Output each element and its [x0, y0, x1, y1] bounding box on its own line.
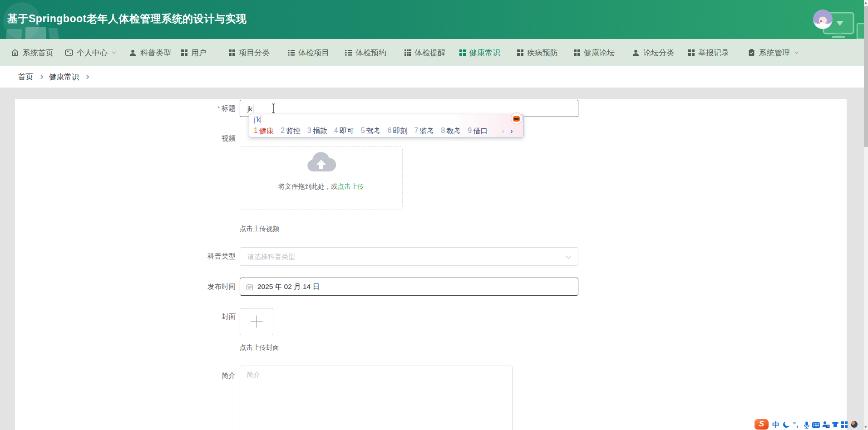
chinese-mode-icon[interactable]: 中 — [772, 420, 779, 430]
nav-label: 科普类型 — [140, 48, 171, 58]
main-nav: 系统首页 个人中心 科普类型 用户 项目分类 体检项目 体检预约 — [0, 39, 868, 66]
ime-candidate[interactable]: 9借口 — [468, 127, 488, 136]
half-moon-icon[interactable] — [783, 421, 789, 428]
ime-candidate[interactable]: 5驾考 — [361, 127, 381, 136]
ime-candidate[interactable]: 8教考 — [441, 127, 461, 136]
nav-label: 健康论坛 — [584, 48, 615, 58]
scrollbar-thumb[interactable] — [864, 6, 868, 147]
nav-item-disease-prevention[interactable]: 疾病预防 — [517, 39, 558, 66]
vertical-scrollbar[interactable] — [864, 0, 868, 430]
calendar-icon — [246, 283, 253, 291]
nav-label: 项目分类 — [239, 48, 270, 58]
intro-field-label: 简介 — [222, 371, 236, 381]
nav-item-checkup-reminder[interactable]: 体检提醒 — [404, 39, 445, 66]
select-placeholder: 请选择科普类型 — [247, 248, 295, 265]
list-icon — [345, 50, 352, 56]
punctuation-mode-icon[interactable]: °, — [793, 420, 799, 428]
app-title: 基于Springboot老年人体检管理系统的设计与实现 — [7, 12, 247, 26]
nav-label: 个人中心 — [77, 48, 108, 58]
sogou-logo[interactable]: S — [755, 419, 769, 430]
chevron-down-icon — [794, 49, 798, 54]
grid-icon — [688, 49, 695, 56]
cover-field-label: 封面 — [222, 312, 236, 322]
nav-item-system-management[interactable]: 系统管理 — [748, 39, 798, 66]
svg-text:16: 16 — [827, 425, 829, 428]
publish-date-input[interactable]: 2025 年 02 月 14 日 — [240, 278, 578, 296]
chevron-right-icon — [39, 75, 44, 79]
textarea-placeholder: 简介 — [247, 371, 260, 379]
text-cursor-pointer — [271, 103, 276, 114]
ime-mascot-icon[interactable] — [511, 112, 523, 124]
app-header: 基于Springboot老年人体检管理系统的设计与实现 — [0, 0, 868, 39]
ime-prev-page-arrow[interactable]: ‹ — [502, 127, 504, 136]
text-caret — [253, 104, 254, 113]
ime-popup: j'k 1健康 2监控 3捐款 4即可 5驾考 6即刻 7监考 8教考 9借口 … — [249, 114, 524, 137]
nav-item-personal-center[interactable]: 个人中心 — [65, 39, 116, 66]
nav-label: 系统首页 — [23, 48, 54, 58]
ime-candidate[interactable]: 7监考 — [414, 127, 434, 136]
ime-composition: j'k — [254, 116, 261, 124]
nav-label: 论坛分类 — [643, 48, 674, 58]
nav-label: 用户 — [191, 48, 207, 58]
nav-label: 疾病预防 — [527, 48, 558, 58]
grid-3x3-icon — [404, 49, 411, 56]
nav-label: 系统管理 — [759, 48, 790, 58]
publish-time-field-label: 发布时间 — [207, 282, 236, 292]
nav-item-checkup-items[interactable]: 体检项目 — [288, 39, 329, 66]
ime-next-page-arrow[interactable]: › — [510, 127, 513, 136]
nav-item-science-type[interactable]: 科普类型 — [129, 39, 171, 66]
user-icon — [632, 49, 640, 57]
keyboard-icon[interactable] — [812, 422, 820, 428]
cover-upload-box[interactable] — [240, 308, 273, 335]
avatar[interactable] — [813, 10, 833, 29]
breadcrumb-item-home[interactable]: 首页 — [18, 72, 33, 82]
ime-candidate[interactable]: 3捐款 — [307, 127, 327, 136]
science-type-select[interactable]: 请选择科普类型 — [240, 247, 578, 266]
nav-item-project-category[interactable]: 项目分类 — [229, 39, 270, 66]
nav-label: 体检提醒 — [414, 48, 445, 58]
required-asterisk: * — [217, 104, 220, 112]
home-icon — [11, 49, 19, 57]
ime-candidate-list: 1健康 2监控 3捐款 4即可 5驾考 6即刻 7监考 8教考 9借口 — [254, 127, 488, 136]
title-field-label: *标题 — [217, 104, 236, 113]
ime-candidate[interactable]: 2监控 — [281, 127, 301, 136]
nav-item-health-forum[interactable]: 健康论坛 — [574, 39, 615, 66]
nav-item-report-records[interactable]: 举报记录 — [688, 39, 729, 66]
scroll-down-arrow[interactable] — [864, 426, 867, 428]
bug-icon[interactable] — [851, 421, 858, 428]
video-upload-hint: 点击上传视频 — [240, 225, 279, 233]
user-16-icon[interactable]: 16 — [822, 421, 830, 428]
breadcrumb: 首页 健康常识 — [18, 66, 89, 88]
nav-item-forum-category[interactable]: 论坛分类 — [632, 39, 674, 66]
type-field-label: 科普类型 — [207, 252, 236, 261]
page: 基于Springboot老年人体检管理系统的设计与实现 系统首页 个人中心 科普… — [0, 0, 868, 430]
nav-item-system-home[interactable]: 系统首页 — [11, 39, 54, 66]
clipboard-check-icon — [748, 49, 755, 57]
cover-upload-hint: 点击上传封面 — [240, 343, 279, 352]
breadcrumb-row: 首页 健康常识 — [0, 66, 864, 88]
intro-textarea[interactable]: 简介 — [240, 366, 513, 430]
nav-item-checkup-appointment[interactable]: 体检预约 — [345, 39, 386, 66]
ime-candidate[interactable]: 6即刻 — [388, 127, 408, 136]
chevron-down-icon — [566, 253, 572, 259]
dropzone-text: 将文件拖到此处，或点击上传 — [240, 182, 402, 191]
upload-link[interactable]: 点击上传 — [338, 183, 364, 190]
skin-shirt-icon[interactable] — [832, 421, 839, 428]
plus-icon — [251, 316, 263, 328]
video-dropzone[interactable]: 将文件拖到此处，或点击上传 — [240, 146, 403, 210]
grid-icon — [574, 49, 580, 56]
ime-caret — [261, 116, 261, 123]
ime-candidate[interactable]: 4即可 — [334, 127, 354, 136]
nav-item-users[interactable]: 用户 — [181, 39, 207, 66]
ime-candidate[interactable]: 1健康 — [254, 127, 274, 136]
nav-item-health-knowledge[interactable]: 健康常识 — [459, 39, 500, 66]
toolbox-grid-icon[interactable] — [841, 421, 848, 428]
scroll-up-arrow[interactable] — [864, 2, 867, 4]
grid-icon — [459, 49, 466, 56]
nav-label: 健康常识 — [469, 48, 500, 58]
chevron-down-icon — [112, 49, 116, 54]
grid-icon — [229, 49, 235, 56]
microphone-icon[interactable] — [803, 421, 810, 429]
breadcrumb-item-health-knowledge[interactable]: 健康常识 — [49, 72, 79, 82]
grid-icon — [181, 49, 187, 56]
